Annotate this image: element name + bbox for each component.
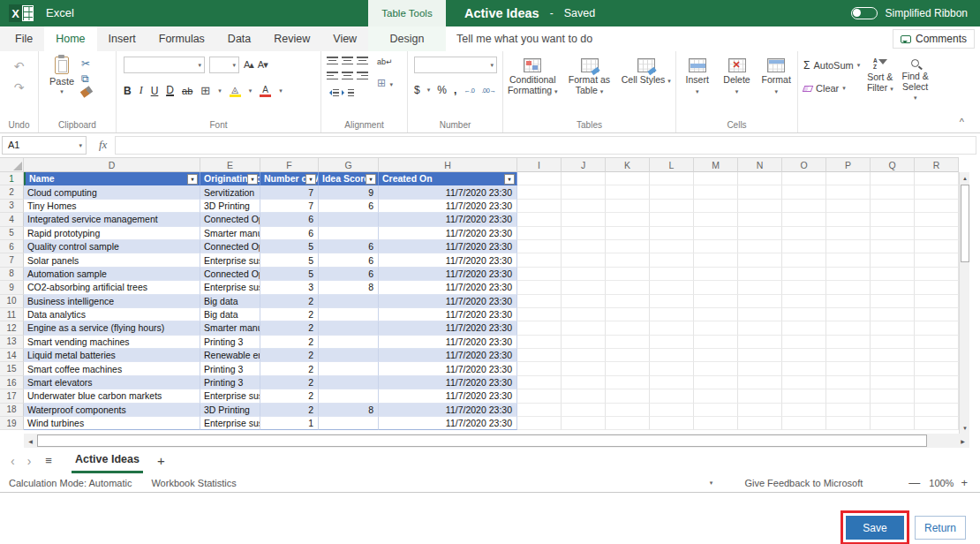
- empty-cell[interactable]: [562, 172, 606, 185]
- empty-cell[interactable]: [562, 295, 606, 308]
- font-color-dropdown-icon[interactable]: ▾: [279, 87, 283, 94]
- empty-cell[interactable]: [871, 281, 915, 294]
- empty-cell[interactable]: [694, 268, 738, 281]
- empty-cell[interactable]: [782, 321, 826, 335]
- cell-name[interactable]: Quality control sample: [24, 240, 200, 253]
- empty-cell[interactable]: [650, 362, 694, 375]
- empty-cell[interactable]: [738, 389, 782, 403]
- empty-cell[interactable]: [562, 281, 606, 294]
- empty-cell[interactable]: [738, 349, 782, 362]
- cell-created-on[interactable]: 11/7/2020 23:30: [379, 268, 517, 281]
- filter-button[interactable]: ▾: [247, 174, 258, 185]
- empty-cell[interactable]: [606, 389, 650, 403]
- empty-cell[interactable]: [606, 268, 650, 281]
- empty-cell[interactable]: [915, 200, 959, 213]
- empty-cell[interactable]: [738, 295, 782, 308]
- empty-cell[interactable]: [871, 295, 915, 308]
- menu-tab-insert[interactable]: Insert: [97, 26, 147, 51]
- scroll-up-icon[interactable]: ▲: [960, 172, 970, 184]
- empty-cell[interactable]: [650, 321, 694, 335]
- empty-cell[interactable]: [694, 185, 738, 199]
- empty-cell[interactable]: [915, 213, 959, 226]
- empty-cell[interactable]: [650, 227, 694, 240]
- empty-cell[interactable]: [694, 295, 738, 308]
- add-sheet-icon[interactable]: +: [157, 453, 165, 468]
- empty-cell[interactable]: [826, 227, 871, 240]
- cell-number-of-votes[interactable]: 2: [260, 376, 319, 389]
- next-sheet-icon[interactable]: ›: [27, 454, 32, 468]
- cell-originating-challenge[interactable]: Printing 3: [200, 362, 260, 375]
- font-name-select[interactable]: ▾: [124, 57, 205, 73]
- empty-cell[interactable]: [738, 417, 782, 430]
- empty-cell[interactable]: [650, 240, 694, 253]
- empty-cell[interactable]: [782, 295, 826, 308]
- empty-cell[interactable]: [915, 240, 959, 253]
- cell-idea-score[interactable]: [319, 295, 379, 308]
- cell-idea-score[interactable]: 6: [319, 240, 379, 253]
- cell-name[interactable]: Data analytics: [24, 308, 200, 321]
- empty-cell[interactable]: [517, 281, 562, 294]
- cell-name[interactable]: Solar panels: [24, 253, 200, 267]
- empty-cell[interactable]: [606, 376, 650, 389]
- vertical-scrollbar[interactable]: ▲ ▼: [959, 172, 969, 434]
- redo-button[interactable]: ↷: [14, 81, 25, 94]
- bold-button[interactable]: B: [124, 85, 132, 97]
- empty-cell[interactable]: [606, 185, 650, 199]
- cell-created-on[interactable]: 11/7/2020 23:30: [379, 376, 517, 389]
- empty-cell[interactable]: [562, 213, 606, 226]
- cell-idea-score[interactable]: [319, 336, 379, 349]
- empty-cell[interactable]: [650, 336, 694, 349]
- cell-number-of-votes[interactable]: 3: [260, 281, 319, 294]
- empty-cell[interactable]: [871, 200, 915, 213]
- empty-cell[interactable]: [650, 389, 694, 403]
- cell-number-of-votes[interactable]: 6: [260, 213, 319, 226]
- filter-button[interactable]: ▾: [187, 174, 198, 185]
- empty-cell[interactable]: [915, 349, 959, 362]
- cell-idea-score[interactable]: [319, 376, 379, 389]
- empty-cell[interactable]: [694, 376, 738, 389]
- empty-cell[interactable]: [738, 213, 782, 226]
- empty-cell[interactable]: [782, 389, 826, 403]
- table-header-idea-score[interactable]: Idea Score▾: [319, 172, 379, 185]
- empty-cell[interactable]: [562, 268, 606, 281]
- empty-cell[interactable]: [738, 240, 782, 253]
- empty-cell[interactable]: [915, 336, 959, 349]
- filter-button[interactable]: ▾: [366, 174, 376, 185]
- empty-cell[interactable]: [826, 376, 871, 389]
- zoom-level[interactable]: 100%: [929, 478, 954, 488]
- empty-cell[interactable]: [915, 185, 959, 199]
- cell-number-of-votes[interactable]: 5: [260, 268, 319, 281]
- empty-cell[interactable]: [562, 389, 606, 403]
- empty-cell[interactable]: [871, 321, 915, 335]
- empty-cell[interactable]: [517, 172, 562, 185]
- comma-format-button[interactable]: ,: [454, 84, 456, 96]
- cell-created-on[interactable]: 11/7/2020 23:30: [379, 321, 517, 335]
- cell-idea-score[interactable]: 6: [319, 253, 379, 267]
- empty-cell[interactable]: [826, 268, 871, 281]
- empty-cell[interactable]: [606, 253, 650, 267]
- calculation-mode-status[interactable]: Calculation Mode: Automatic: [9, 478, 132, 488]
- cell-name[interactable]: Liquid metal batteries: [24, 349, 200, 362]
- column-header-I[interactable]: I: [517, 157, 562, 172]
- empty-cell[interactable]: [606, 321, 650, 335]
- empty-cell[interactable]: [738, 376, 782, 389]
- return-button[interactable]: Return: [915, 516, 966, 540]
- status-dropdown-icon[interactable]: ▾: [710, 480, 713, 487]
- cell-number-of-votes[interactable]: 2: [260, 308, 319, 321]
- name-box[interactable]: A1▾: [2, 136, 87, 155]
- empty-cell[interactable]: [871, 362, 915, 375]
- zoom-in-button[interactable]: +: [961, 476, 968, 489]
- empty-cell[interactable]: [826, 172, 871, 185]
- cell-number-of-votes[interactable]: 2: [260, 336, 319, 349]
- empty-cell[interactable]: [738, 185, 782, 199]
- increase-indent-button[interactable]: [342, 87, 355, 99]
- row-number[interactable]: 3: [0, 200, 24, 213]
- cell-created-on[interactable]: 11/7/2020 23:30: [379, 349, 517, 362]
- empty-cell[interactable]: [826, 389, 871, 403]
- empty-cell[interactable]: [871, 308, 915, 321]
- empty-cell[interactable]: [782, 200, 826, 213]
- cell-created-on[interactable]: 11/7/2020 23:30: [379, 213, 517, 226]
- empty-cell[interactable]: [915, 404, 959, 417]
- fx-icon[interactable]: fx: [99, 138, 107, 152]
- cell-originating-challenge[interactable]: Smarter manufa: [200, 227, 260, 240]
